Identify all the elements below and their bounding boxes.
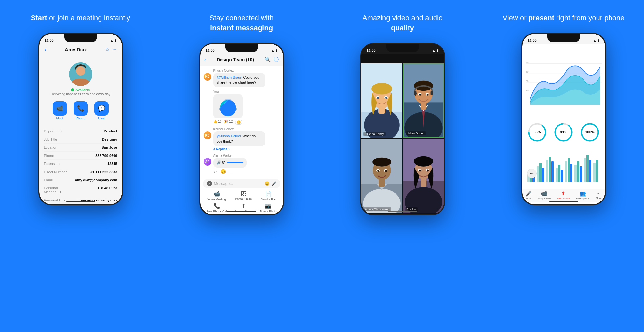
svg-rect-79 — [586, 155, 589, 182]
message-row-4: AP 🔊 8" — [204, 158, 280, 167]
phone-4: 10:00 ▲ ▮ 70 50 30 10 — [521, 33, 606, 205]
wifi-icon-3: ▲ — [432, 49, 436, 52]
sender-ap: Alisha Parker — [204, 154, 280, 157]
action-buttons: 📹 Meet 📞 Phone 💬 Chat — [53, 101, 109, 120]
avatar-kc: KC — [204, 73, 211, 81]
phone-2: 10:00 ▲ ▮ ‹ Design Team (10) 🔍 ⓘ Khushi … — [199, 43, 284, 215]
message-group-3: Khushi Cortez KC @Alisha Parker What do … — [204, 127, 280, 146]
svg-point-3 — [224, 99, 232, 102]
svg-point-45 — [426, 169, 428, 171]
video-meeting-button[interactable]: 📹 Video Meeting — [208, 191, 226, 201]
svg-rect-78 — [584, 158, 586, 182]
back-arrow-icon[interactable]: ‹ — [45, 46, 47, 53]
svg-rect-81 — [593, 163, 596, 182]
svg-text:10: 10 — [526, 89, 529, 92]
svg-rect-66 — [546, 160, 548, 182]
message-row-3: KC @Alisha Parker What do you think? — [204, 131, 280, 146]
svg-point-35 — [385, 170, 387, 172]
message-row: KC @William Braun Could you share the pi… — [204, 73, 280, 88]
more-icon[interactable]: ··· — [112, 47, 116, 53]
svg-rect-64 — [539, 163, 542, 182]
reply-icon[interactable]: ↩ — [213, 169, 217, 174]
mic-icon[interactable]: 🎤 — [272, 181, 276, 186]
time-3: 10:00 — [367, 48, 376, 52]
reactions: 👍 10 🎉 12 😊 — [213, 120, 280, 125]
info-icon[interactable]: ⓘ — [274, 56, 279, 63]
back-icon-2[interactable]: ‹ — [204, 56, 206, 63]
take-photo-button[interactable]: 📷 Take a Photo — [260, 203, 277, 213]
message-placeholder[interactable]: Message... — [214, 181, 265, 186]
photo-album-button[interactable]: 🖼 Photo Album — [235, 191, 252, 201]
phone-icon: 📞 — [74, 101, 88, 116]
message-actions: ↩ 😊 ··· — [213, 169, 280, 174]
participants-button[interactable]: 👥 Participants — [576, 190, 590, 200]
circle-89-label: 89% — [560, 130, 567, 134]
send-file-button[interactable]: 📄 Send a File — [261, 191, 276, 201]
more-icon-4: ··· — [597, 190, 601, 196]
video-tile-abbas: Abbas Christensen — [361, 139, 402, 213]
svg-rect-39 — [421, 178, 426, 187]
edit-button[interactable]: ✏ — [527, 169, 537, 178]
stop-video-button[interactable]: 📹 Stop Video — [538, 190, 551, 200]
chat-header: ‹ Design Team (10) 🔍 ⓘ — [200, 54, 283, 66]
panel-1: Start or join a meeting instantly 10:00 … — [0, 0, 161, 332]
participant-name-julian: Julian Obrien — [406, 131, 426, 135]
video-tile-julian: Julian Obrien — [403, 63, 444, 138]
avatar — [69, 62, 92, 86]
svg-rect-71 — [561, 170, 563, 182]
circle-100: 100% — [579, 122, 600, 143]
phone-call-button[interactable]: 📞 Free Phone Call — [206, 203, 227, 213]
bottom-toolbar: 🎤 Mute 📹 Stop Video ⬆ Stop Share 👥 Parti… — [522, 189, 605, 202]
home-indicator-4 — [549, 201, 578, 202]
table-row: Location San Jose — [44, 144, 117, 152]
video-grid: Lilianna Kenny — [361, 63, 444, 213]
svg-rect-65 — [542, 168, 544, 182]
table-row: Email amy.diaz@company.com — [44, 176, 117, 184]
svg-point-23 — [426, 94, 428, 96]
search-icon[interactable]: 🔍 — [264, 56, 271, 63]
table-row: Direct Number +1 111 222 3333 — [44, 168, 117, 176]
table-row: Extension 12345 — [44, 160, 117, 168]
replies-row: 3 Replies › — [213, 147, 280, 151]
chat-header-icons: 🔍 ⓘ — [264, 56, 279, 63]
meet-button[interactable]: 📹 Meet — [53, 101, 67, 120]
mention: @William Braun — [217, 76, 242, 79]
home-indicator — [66, 201, 95, 202]
react-icon[interactable]: 😊 — [221, 169, 226, 174]
circle-65-label: 65% — [533, 130, 541, 134]
phone-notch-2 — [225, 44, 258, 52]
party-reaction: 🎉 12 — [224, 120, 233, 125]
svg-rect-63 — [537, 166, 539, 182]
circle-89: 89% — [553, 122, 574, 143]
wifi-icon: ▲ — [110, 39, 114, 42]
video-tile-ella: Ella Liu — [403, 139, 444, 213]
phone-notch-3 — [386, 44, 419, 52]
chat-button[interactable]: 💬 Chat — [94, 101, 109, 120]
stop-share-button[interactable]: ⬆ Stop Share — [557, 190, 570, 200]
svg-point-44 — [419, 169, 421, 171]
pie-chart-message — [213, 94, 280, 118]
replies-link[interactable]: 3 Replies › — [213, 147, 230, 151]
star-icon[interactable]: ☆ — [105, 47, 110, 53]
svg-point-12 — [377, 97, 379, 99]
phone-notch-4 — [547, 34, 580, 42]
chat-messages: Khushi Cortez KC @William Braun Could yo… — [200, 66, 283, 177]
panel-2: Stay connected with instant messaging 10… — [161, 0, 322, 332]
cancel-icon[interactable]: ✕ — [207, 181, 212, 186]
video-tile-lilianna: Lilianna Kenny — [361, 63, 402, 138]
chat-title: Design Team (10) — [217, 57, 254, 62]
add-reaction[interactable]: 😊 — [235, 120, 242, 125]
more-button[interactable]: ··· More — [596, 190, 602, 200]
meet-icon: 📹 — [53, 101, 67, 116]
more-msg-icon[interactable]: ··· — [229, 169, 233, 174]
circle-65: 65% — [527, 122, 548, 143]
phone-button[interactable]: 📞 Phone — [74, 101, 88, 120]
time-2: 10:00 — [206, 48, 215, 52]
message-group-1: Khushi Cortez KC @William Braun Could yo… — [204, 69, 280, 88]
mute-button[interactable]: 🎤 Mute — [525, 190, 532, 200]
phone-1-screen: 10:00 ▲ ▮ ‹ Amy Diaz ☆ ··· — [39, 34, 122, 204]
svg-point-41 — [414, 156, 433, 166]
battery-icon-2: ▮ — [276, 49, 278, 52]
avatar-section: Available Delivering happiness each and … — [39, 57, 122, 127]
emoji-icon[interactable]: 😊 — [265, 181, 270, 186]
